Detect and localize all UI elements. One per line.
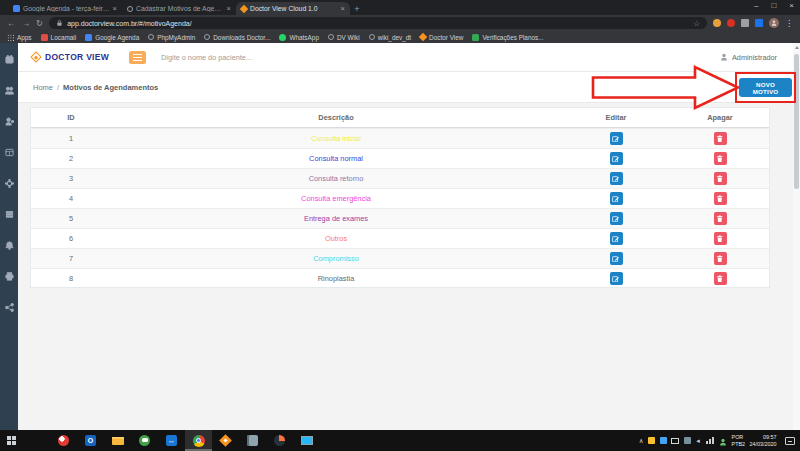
breadcrumb-home-link[interactable]: Home	[33, 83, 53, 92]
row-id: 8	[31, 274, 111, 283]
col-editar: Editar	[561, 113, 671, 122]
bookmark-downloads[interactable]: Downloads Doctor...	[204, 34, 270, 41]
edit-button[interactable]	[610, 192, 623, 205]
taskbar-outlook[interactable]	[77, 430, 104, 451]
tab-doctor-view-active[interactable]: Doctor View Cloud 1.0 ×	[236, 2, 350, 15]
tray-yellow-icon[interactable]	[648, 437, 655, 444]
edit-button[interactable]	[610, 272, 623, 285]
close-icon[interactable]: ×	[789, 1, 794, 10]
edit-button[interactable]	[610, 152, 623, 165]
reload-icon[interactable]: ↻	[36, 19, 43, 28]
window-extension-icon[interactable]	[741, 19, 749, 27]
bookmark-whatsapp[interactable]: WhatsApp	[279, 34, 318, 41]
tab-google-agenda[interactable]: Google Agenda - terça-feira, 24 ×	[8, 2, 122, 15]
speaker-icon[interactable]: ◄	[695, 438, 701, 444]
building-icon[interactable]	[5, 210, 14, 219]
taskbar-chat-app[interactable]	[131, 430, 158, 451]
edit-button[interactable]	[610, 212, 623, 225]
tab-close-icon[interactable]: ×	[227, 4, 231, 13]
user-menu[interactable]: Administrador	[720, 53, 777, 62]
bookmark-wiki-dev[interactable]: wiki_dev_dt	[369, 34, 411, 41]
back-icon[interactable]: ←	[7, 19, 16, 28]
hamburger-icon	[133, 54, 142, 61]
delete-button[interactable]	[714, 192, 727, 205]
blue-extension-icon[interactable]	[755, 19, 763, 27]
bookmark-phpmyadmin[interactable]: PhpMyAdmin	[148, 34, 195, 41]
delete-button[interactable]	[714, 132, 727, 145]
bookmark-verificacoes[interactable]: Verificações Planos...	[472, 34, 543, 41]
apps-shortcut[interactable]: Apps	[7, 34, 32, 41]
bookmark-star-icon[interactable]: ☆	[693, 19, 700, 28]
share-nodes-icon[interactable]	[5, 303, 14, 312]
menu-toggle-button[interactable]	[129, 51, 146, 64]
scroll-up-arrow-icon[interactable]	[795, 46, 799, 49]
language-indicator[interactable]: POR PTB2	[732, 434, 745, 446]
clock[interactable]: 09:57 24/03/2020	[750, 434, 777, 446]
taskbar-mail-app[interactable]	[50, 430, 77, 451]
doctor-view-logo[interactable]: DOCTOR VIEW	[32, 52, 109, 62]
printer-icon[interactable]	[5, 272, 14, 281]
novo-motivo-button[interactable]: NOVO MOTIVO	[739, 78, 792, 97]
network-icon[interactable]	[706, 437, 715, 444]
settings-gear-icon[interactable]	[5, 179, 14, 188]
taskbar-chrome-active[interactable]	[185, 430, 212, 451]
user-add-icon[interactable]	[5, 117, 14, 126]
tab-cadastrar-motivos[interactable]: Cadastrar Motivos de Agendame ×	[122, 2, 236, 15]
chat-icon	[139, 435, 150, 446]
tray-monitor-icon[interactable]	[671, 438, 679, 444]
tray-gray-icon[interactable]	[684, 437, 691, 444]
taskbar-doctor-view[interactable]	[212, 430, 239, 451]
url-text: app.doctorview.com.br/#/motivoAgenda/	[67, 20, 192, 27]
bookmark-doctor-view[interactable]: Doctor View	[420, 34, 463, 41]
bookmark-dv-wiki[interactable]: DV Wiki	[328, 34, 360, 41]
delete-button[interactable]	[714, 272, 727, 285]
action-center-icon[interactable]	[785, 437, 795, 445]
bell-icon[interactable]	[5, 241, 14, 250]
edit-icon	[612, 235, 620, 243]
bookmark-locamail[interactable]: Locamail	[41, 34, 77, 41]
tray-chevron-icon[interactable]: ∧	[639, 437, 644, 445]
minimize-icon[interactable]: –	[754, 1, 758, 10]
forward-icon[interactable]: →	[22, 19, 31, 28]
edit-icon	[612, 195, 620, 203]
tab-close-icon[interactable]: ×	[341, 4, 345, 13]
trash-icon	[716, 135, 724, 143]
browser-menu-icon[interactable]: ⋮	[785, 19, 793, 28]
delete-button[interactable]	[714, 232, 727, 245]
maximize-icon[interactable]: □	[771, 1, 776, 10]
globe-favicon	[328, 34, 334, 40]
start-button[interactable]	[7, 436, 16, 445]
bookmark-google-agenda[interactable]: Google Agenda	[85, 34, 139, 41]
taskbar-file-explorer[interactable]	[104, 430, 131, 451]
edit-button[interactable]	[610, 232, 623, 245]
edit-button[interactable]	[610, 172, 623, 185]
tray-blue-icon[interactable]	[660, 437, 667, 444]
users-icon[interactable]	[5, 86, 14, 95]
taskbar-teamviewer[interactable]	[158, 430, 185, 451]
taskbar-remote-desktop[interactable]	[293, 430, 320, 451]
row-id: 7	[31, 254, 111, 263]
table-row: 5 Entrega de exames	[31, 208, 769, 228]
patient-search-input[interactable]	[159, 52, 394, 63]
adblock-extension-icon[interactable]	[727, 19, 735, 27]
tray-person-icon[interactable]	[719, 432, 727, 450]
table-row: 2 Consulta normal	[31, 148, 769, 168]
taskbar-dark-app[interactable]	[266, 430, 293, 451]
profile-avatar[interactable]	[769, 18, 779, 28]
delete-button[interactable]	[714, 172, 727, 185]
edit-button[interactable]	[610, 132, 623, 145]
delete-button[interactable]	[714, 252, 727, 265]
trash-icon	[716, 235, 724, 243]
delete-button[interactable]	[714, 152, 727, 165]
extension-icon[interactable]	[713, 19, 721, 27]
address-bar[interactable]: app.doctorview.com.br/#/motivoAgenda/ ☆	[49, 17, 707, 29]
billing-table-icon[interactable]	[5, 148, 14, 157]
new-tab-button[interactable]: +	[350, 3, 364, 15]
edit-button[interactable]	[610, 252, 623, 265]
delete-button[interactable]	[714, 212, 727, 225]
tab-close-icon[interactable]: ×	[113, 4, 117, 13]
calendar-icon[interactable]	[5, 55, 14, 64]
mail-favicon	[41, 34, 48, 41]
row-desc: Consulta inicial	[111, 134, 561, 143]
taskbar-notebook-app[interactable]	[239, 430, 266, 451]
